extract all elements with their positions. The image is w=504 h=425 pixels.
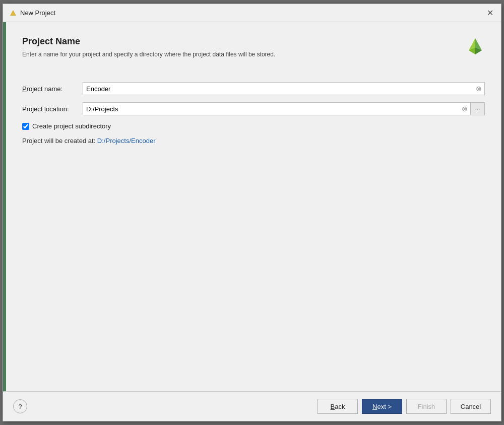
clear-icon: ⊗: [476, 85, 482, 93]
project-location-input[interactable]: [83, 103, 459, 115]
project-location-input-wrapper: ⊗: [83, 102, 471, 115]
project-location-clear-button[interactable]: ⊗: [459, 103, 470, 115]
create-subdirectory-checkbox[interactable]: [22, 123, 29, 130]
header-text: Project Name Enter a name for your proje…: [22, 36, 275, 73]
logo-icon: [466, 36, 485, 55]
project-path-row: Project will be created at: D:/Projects/…: [22, 137, 485, 145]
project-location-row: Project location: ⊗ ···: [22, 102, 485, 115]
footer-right: Back Next > Finish Cancel: [318, 399, 491, 414]
back-label: Back: [331, 403, 345, 410]
project-path-value: D:/Projects/Encoder: [97, 137, 156, 145]
project-name-input[interactable]: [83, 83, 473, 95]
page-subtitle: Enter a name for your project and specif…: [22, 51, 275, 58]
project-name-label: Project name:: [22, 85, 83, 93]
footer-left: ?: [13, 399, 27, 413]
next-label: Next >: [372, 403, 392, 410]
title-bar: New Project ✕: [3, 4, 501, 22]
footer: ? Back Next > Finish Cancel: [3, 391, 501, 421]
page-title: Project Name: [22, 36, 275, 47]
project-name-clear-button[interactable]: ⊗: [473, 83, 484, 95]
dialog-body: Project Name Enter a name for your proje…: [3, 22, 501, 391]
project-location-label: Project location:: [22, 105, 83, 113]
create-subdirectory-label[interactable]: Create project subdirectory: [32, 122, 111, 130]
next-button[interactable]: Next >: [362, 399, 402, 414]
browse-button[interactable]: ···: [471, 102, 485, 115]
browse-icon: ···: [475, 105, 480, 112]
project-name-row: Project name: ⊗: [22, 82, 485, 95]
create-subdirectory-row: Create project subdirectory: [22, 122, 485, 130]
close-button[interactable]: ✕: [485, 8, 495, 18]
finish-button[interactable]: Finish: [406, 399, 447, 414]
cancel-label: Cancel: [461, 403, 481, 410]
title-bar-left: New Project: [9, 9, 55, 17]
content-area: Project Name Enter a name for your proje…: [6, 22, 501, 391]
project-path-prefix: Project will be created at:: [22, 137, 97, 145]
cancel-button[interactable]: Cancel: [451, 399, 491, 414]
app-icon: [9, 9, 17, 17]
new-project-dialog: New Project ✕ Project Name Enter a name …: [3, 4, 501, 421]
header-row: Project Name Enter a name for your proje…: [22, 36, 485, 73]
clear-icon: ⊗: [462, 105, 468, 113]
dialog-title: New Project: [20, 9, 55, 17]
finish-label: Finish: [418, 403, 435, 410]
back-button[interactable]: Back: [318, 399, 358, 414]
help-icon: ?: [18, 403, 22, 410]
help-button[interactable]: ?: [13, 399, 27, 413]
form-section: Project name: ⊗ Project location:: [22, 82, 485, 145]
project-name-input-wrapper: ⊗: [83, 82, 485, 95]
